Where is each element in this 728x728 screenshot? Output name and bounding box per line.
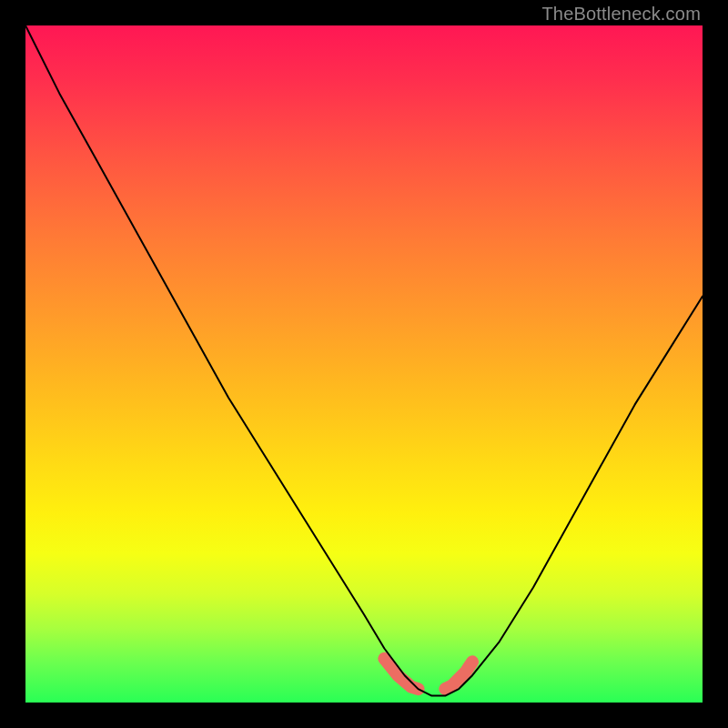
chart-frame: TheBottleneck.com: [0, 0, 728, 728]
plot-area: [25, 25, 703, 703]
chart-overlay: [25, 25, 703, 703]
watermark-text: TheBottleneck.com: [541, 4, 701, 25]
curve-path: [25, 25, 703, 696]
bottom-accent-right: [445, 662, 472, 689]
bottom-accent-group: [384, 659, 472, 689]
